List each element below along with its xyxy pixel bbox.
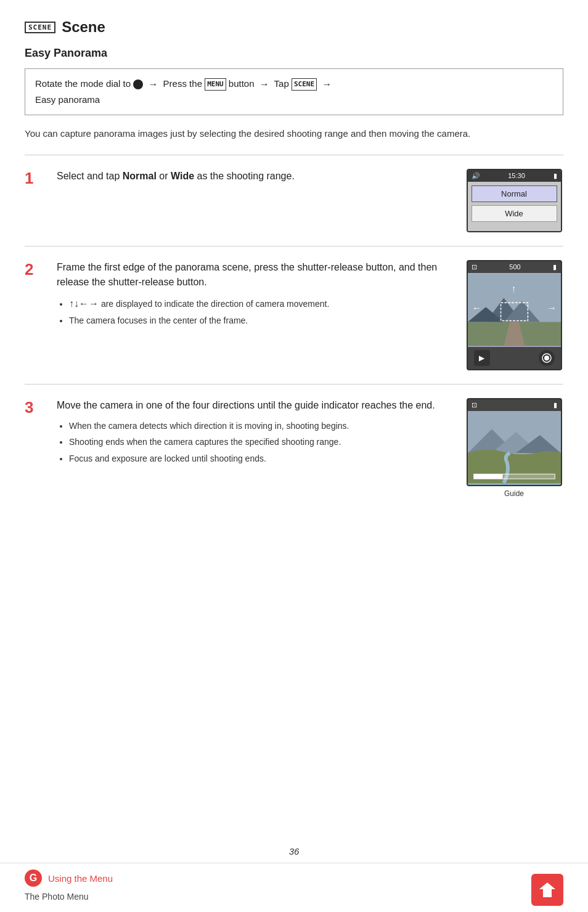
instruction-press: Press the	[163, 78, 205, 89]
scene-badge-2: SCENE	[292, 78, 317, 91]
arrow-2: →	[259, 76, 269, 92]
step-2: 2 Frame the first edge of the panorama s…	[25, 246, 563, 384]
section-title: Easy Panorama	[25, 47, 563, 60]
step-3-text: Move the camera in one of the four direc…	[57, 398, 452, 413]
cam3-top-bar: ⊡ ▮	[468, 399, 561, 411]
cam2-counter: 500	[509, 263, 520, 271]
svg-rect-17	[473, 474, 502, 479]
arrow-1: →	[148, 76, 158, 92]
step-1: 1 Select and tap Normal or Wide as the s…	[25, 155, 563, 246]
step-3-bullets: When the camera detects which direction …	[69, 419, 452, 465]
scene-badge: SCENE	[25, 22, 55, 33]
camera-dial-icon	[133, 79, 143, 89]
step-3-content: Move the camera in one of the four direc…	[57, 398, 452, 468]
svg-text:↑: ↑	[512, 283, 517, 294]
footer-nav-link[interactable]: Using the Menu	[48, 873, 113, 884]
step-3-number: 3	[25, 399, 44, 415]
step-2-image: ⊡ 500 ▮	[465, 260, 563, 370]
home-button[interactable]	[531, 874, 563, 906]
step-3-bullet-2: Shooting ends when the camera captures t…	[69, 435, 452, 449]
normal-option[interactable]: Normal	[472, 185, 557, 202]
cam3-battery: ▮	[553, 401, 557, 409]
cam2-top-bar: ⊡ 500 ▮	[468, 261, 561, 273]
step-2-bullet-1: ↑↓←→ are displayed to indicate the direc…	[69, 296, 452, 312]
camera-screen-2: ⊡ 500 ▮	[467, 260, 562, 370]
home-button-container	[531, 874, 563, 906]
cam2-controls: ▶	[468, 347, 561, 369]
battery-icon: ▮	[553, 172, 557, 180]
instruction-tap: Tap	[274, 78, 292, 89]
step-2-bullets: ↑↓←→ are displayed to indicate the direc…	[69, 296, 452, 328]
cam3-viewfinder	[468, 411, 561, 485]
footer-nav: G Using the Menu The Photo Menu	[0, 863, 588, 912]
step-1-image: 🔊 15:30 ▮ Normal Wide	[465, 169, 563, 232]
cam3-icon: ⊡	[472, 401, 477, 409]
step-3-image: ⊡ ▮	[465, 398, 563, 498]
instruction-suffix: Easy panorama	[35, 94, 100, 105]
cam2-icon: ⊡	[472, 263, 477, 271]
cam2-action-btn[interactable]	[539, 350, 555, 366]
direction-arrows: ↑↓←→	[69, 296, 99, 312]
step-3-bullet-3: Focus and exposure are locked until shoo…	[69, 452, 452, 465]
step-2-bullet-1-text: are displayed to indicate the direction …	[101, 299, 329, 309]
cam2-play-btn[interactable]: ▶	[474, 350, 490, 366]
step-2-content: Frame the first edge of the panorama sce…	[57, 260, 452, 330]
cam2-viewfinder: ↑ ← →	[468, 273, 561, 347]
svg-text:→: →	[547, 303, 557, 313]
cam1-body: Normal Wide	[468, 182, 561, 231]
instruction-prefix: Rotate the mode dial to	[35, 78, 133, 89]
svg-point-11	[544, 356, 549, 360]
title-row: SCENE Scene	[25, 18, 563, 36]
instruction-box: Rotate the mode dial to → Press the MENU…	[25, 68, 563, 115]
menu-badge: MENU	[205, 78, 226, 91]
description-text: You can capture panorama images just by …	[25, 126, 563, 141]
camera-screen-3: ⊡ ▮	[467, 398, 562, 486]
page-number: 36	[0, 846, 588, 857]
step-3-bullet-1: When the camera detects which direction …	[69, 419, 452, 433]
signal-icon: 🔊	[472, 172, 480, 180]
step-2-bullet-2: The camera focuses in the center of the …	[69, 314, 452, 327]
svg-text:←: ←	[472, 303, 481, 313]
footer-sub-text: The Photo Menu	[0, 889, 588, 904]
step-1-content: Select and tap Normal or Wide as the sho…	[57, 169, 452, 190]
guide-label: Guide	[504, 489, 524, 498]
svg-marker-18	[539, 882, 555, 897]
camera-screen-1: 🔊 15:30 ▮ Normal Wide	[467, 169, 562, 232]
footer-nav-icon: G	[25, 869, 42, 887]
arrow-3: →	[322, 76, 332, 92]
footer-nav-content: G Using the Menu	[0, 863, 588, 889]
page-title: Scene	[62, 18, 105, 36]
step-2-text: Frame the first edge of the panorama sce…	[57, 260, 452, 290]
step-1-number: 1	[25, 170, 44, 186]
instruction-button: button	[229, 78, 257, 89]
wide-option[interactable]: Wide	[472, 205, 557, 222]
cam2-battery: ▮	[553, 263, 557, 271]
cam1-top-bar: 🔊 15:30 ▮	[468, 170, 561, 182]
cam1-time: 15:30	[508, 172, 525, 179]
step-3: 3 Move the camera in one of the four dir…	[25, 384, 563, 511]
step-1-text: Select and tap Normal or Wide as the sho…	[57, 169, 452, 184]
step-2-number: 2	[25, 261, 44, 277]
